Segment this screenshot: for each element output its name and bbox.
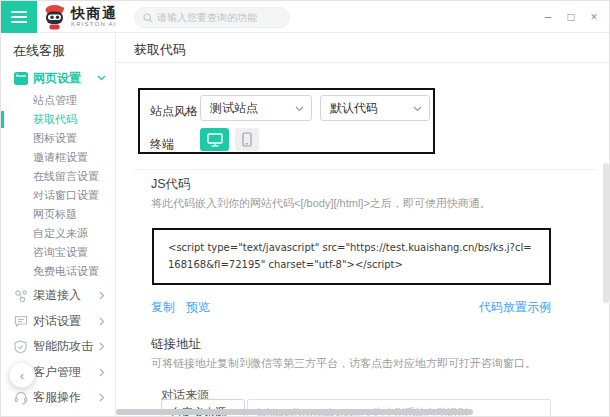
chevron-down-icon [97, 74, 106, 83]
chevron-down-icon [295, 106, 304, 112]
channel-icon [13, 288, 28, 303]
sidebar-item-get-code[interactable]: 获取代码 [1, 110, 116, 129]
sidebar-item-free-call-settings[interactable]: 免费电话设置 [1, 262, 116, 281]
shield-icon [13, 339, 28, 354]
sidebar-item-consult-treasure-settings[interactable]: 咨询宝设置 [1, 243, 116, 262]
close-button[interactable]: × [587, 10, 601, 24]
sidebar-collapse-button[interactable]: ‹ [9, 362, 35, 388]
sidebar-group-channel-access[interactable]: 渠道接入 [1, 283, 116, 309]
preview-link[interactable]: 预览 [186, 299, 210, 316]
horizontal-scrollbar[interactable] [116, 409, 473, 415]
chevron-right-icon [97, 291, 106, 300]
code-actions-row: 复制 预览 代码放置示例 [116, 299, 610, 315]
main-panel: 获取代码 站点风格 测试站点 默认代码 终端 [116, 33, 610, 417]
brand-subtitle: KRISTON AI [71, 21, 118, 28]
dialog-icon [13, 314, 28, 329]
brand-name: 快商通 [71, 6, 118, 21]
section-divider [134, 169, 596, 170]
vertical-scrollbar[interactable] [603, 163, 609, 303]
page-title: 获取代码 [134, 41, 186, 59]
sidebar-group-anti-attack[interactable]: 智能防攻击 [1, 334, 116, 360]
link-address-description: 可将链接地址复制到微信等第三方平台，访客点击对应地方即可打开咨询窗口。 [151, 356, 536, 371]
site-style-label: 站点风格 [150, 103, 198, 120]
chevron-right-icon [97, 368, 106, 377]
webpage-settings-submenu: 站点管理 获取代码 图标设置 邀请框设置 在线留言设置 对话窗口设置 网页标题 … [1, 91, 116, 281]
chevron-right-icon [97, 342, 106, 351]
hamburger-menu-button[interactable] [1, 1, 37, 33]
sidebar-item-invite-box-settings[interactable]: 邀请框设置 [1, 148, 116, 167]
sidebar-item-webpage-title[interactable]: 网页标题 [1, 205, 116, 224]
embed-code-text[interactable]: <script type="text/javascript" src="http… [168, 239, 535, 273]
sidebar-item-custom-source[interactable]: 自定义来源 [1, 224, 116, 243]
annotation-box-js-code: <script type="text/javascript" src="http… [152, 228, 551, 285]
annotation-box-site-style: 站点风格 测试站点 默认代码 终端 [138, 88, 435, 154]
page-content: 站点风格 测试站点 默认代码 终端 [116, 63, 610, 417]
mascot-icon [43, 4, 66, 30]
hamburger-icon [11, 11, 27, 13]
minimize-button[interactable]: – [541, 10, 555, 24]
window-controls: – □ × [541, 1, 601, 33]
js-code-title: JS代码 [151, 176, 191, 193]
chevron-down-icon [413, 106, 422, 112]
page-header: 获取代码 [116, 33, 610, 63]
sidebar-group-dialog-settings[interactable]: 对话设置 [1, 309, 116, 335]
sidebar-group-label: 网页设置 [33, 70, 81, 87]
terminal-pc-button[interactable] [200, 128, 229, 151]
sidebar-group-agent-operations[interactable]: 客服操作 [1, 385, 116, 411]
code-placement-example-link[interactable]: 代码放置示例 [479, 299, 551, 316]
sidebar-groups: 渠道接入 对话设置 智能防攻击 [1, 283, 116, 411]
chevron-right-icon [97, 393, 106, 402]
terminal-label: 终端 [150, 136, 174, 153]
sidebar-item-online-message-settings[interactable]: 在线留言设置 [1, 167, 116, 186]
site-select[interactable]: 测试站点 [200, 95, 312, 121]
phone-icon [242, 132, 252, 147]
sidebar: 在线客服 网页设置 站点管理 获取代码 图标设置 邀请框设置 在线留言设置 对话… [1, 33, 116, 417]
app-window: 快商通 KRISTON AI 请输入您要查询的功能 – □ × 在线客服 网页设… [0, 0, 610, 417]
agent-icon [13, 390, 28, 405]
sidebar-item-icon-settings[interactable]: 图标设置 [1, 129, 116, 148]
monitor-icon [207, 133, 223, 147]
maximize-button[interactable]: □ [564, 10, 578, 24]
app-logo: 快商通 KRISTON AI [43, 4, 118, 30]
copy-link[interactable]: 复制 [151, 299, 175, 316]
sidebar-item-chat-window-settings[interactable]: 对话窗口设置 [1, 186, 116, 205]
topbar: 快商通 KRISTON AI 请输入您要查询的功能 – □ × [1, 1, 610, 33]
search-input[interactable]: 请输入您要查询的功能 [134, 7, 290, 28]
search-placeholder: 请输入您要查询的功能 [157, 11, 257, 25]
webpage-icon [13, 71, 28, 86]
chevron-right-icon [97, 317, 106, 326]
code-type-select[interactable]: 默认代码 [320, 95, 430, 121]
sidebar-section-title: 在线客服 [13, 42, 65, 60]
sidebar-group-webpage-settings[interactable]: 网页设置 [1, 67, 116, 89]
search-icon [143, 13, 153, 23]
sidebar-item-site-management[interactable]: 站点管理 [1, 91, 116, 110]
link-address-title: 链接地址 [151, 336, 201, 353]
terminal-mobile-button[interactable] [235, 128, 259, 151]
js-code-description: 将此代码嵌入到你的网站代码<[/body][/html]>之后，即可使用快商通。 [151, 196, 491, 211]
